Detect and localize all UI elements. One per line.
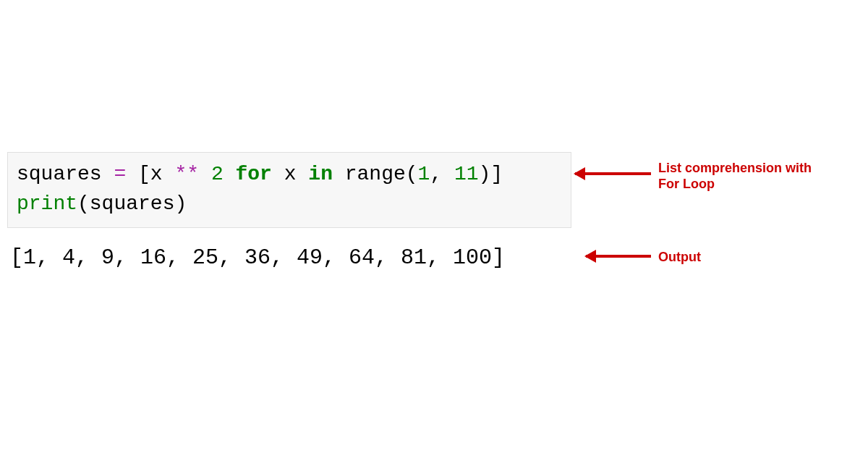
annotation-output: Output bbox=[658, 250, 701, 266]
annotation-list-comprehension: List comprehension with For Loop bbox=[658, 161, 825, 192]
arrow-icon bbox=[586, 255, 651, 258]
code-token: , bbox=[430, 163, 454, 185]
code-token: (squares) bbox=[77, 193, 187, 215]
code-token bbox=[199, 163, 211, 185]
code-token: 1 bbox=[418, 163, 430, 185]
code-line-2: print(squares) bbox=[17, 190, 562, 219]
code-token: x bbox=[272, 163, 308, 185]
code-token bbox=[224, 163, 236, 185]
code-token: 2 bbox=[211, 163, 224, 185]
code-token: in bbox=[308, 163, 333, 185]
code-cell: squares = [x ** 2 for x in range(1, 11)]… bbox=[7, 152, 571, 228]
code-line-1: squares = [x ** 2 for x in range(1, 11)] bbox=[17, 160, 562, 190]
code-token: squares bbox=[17, 163, 114, 185]
output-cell: [1, 4, 9, 16, 25, 36, 49, 64, 81, 100] bbox=[10, 242, 505, 273]
code-token: = bbox=[114, 163, 126, 185]
code-token: 11 bbox=[454, 163, 479, 185]
code-token: ** bbox=[174, 163, 199, 185]
code-token: [x bbox=[126, 163, 174, 185]
code-token: )] bbox=[479, 163, 503, 185]
arrow-icon bbox=[575, 172, 651, 175]
code-token: for bbox=[236, 163, 272, 185]
code-token: print bbox=[17, 193, 77, 215]
output-text: [1, 4, 9, 16, 25, 36, 49, 64, 81, 100] bbox=[10, 242, 505, 273]
code-token: range( bbox=[333, 163, 418, 185]
